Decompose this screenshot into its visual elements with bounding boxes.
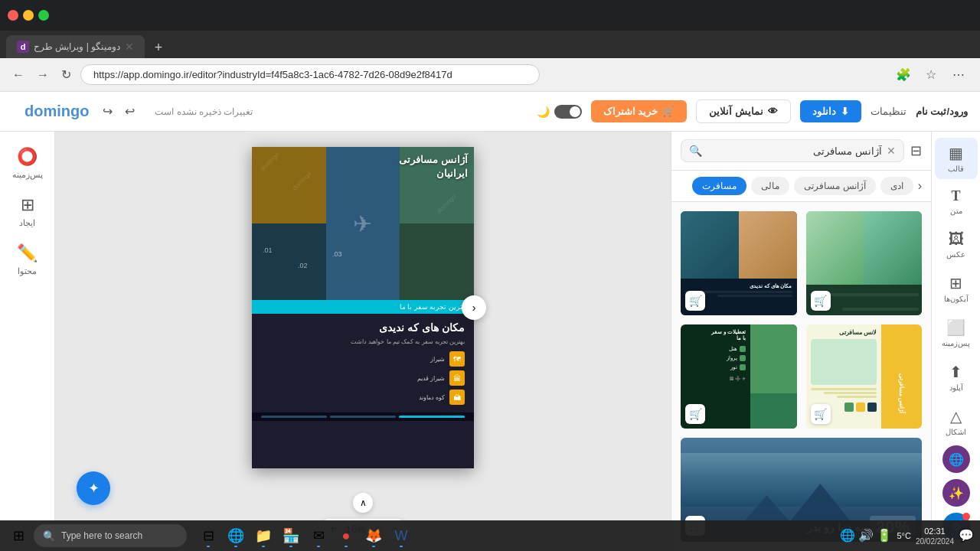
canvas-page[interactable]: ✈ آژانس مسافرتیایرانیان .01 .02 .03 [252, 147, 474, 468]
taskbar-app-store[interactable]: 🏪 [279, 523, 303, 548]
taskbar-app-firefox[interactable]: 🦊 [361, 523, 386, 548]
template-1-cart-btn[interactable]: 🛒 [811, 291, 831, 311]
search-box: ✕ 🔍 [681, 139, 904, 162]
tray-temperature: 5°C [897, 531, 910, 540]
window-close-btn[interactable] [8, 10, 18, 21]
redo-btn[interactable]: ↪ [98, 101, 117, 122]
taskbar-app-word[interactable]: W [389, 523, 413, 548]
right-tool-upload[interactable]: ⬆ آپلود [935, 357, 978, 398]
window-minimize-btn[interactable] [23, 10, 34, 21]
toggle-thumb [570, 106, 580, 117]
start-button[interactable]: ⊞ [6, 523, 31, 548]
canvas-img-1 [252, 147, 326, 223]
filter-btn[interactable]: ⊟ [910, 142, 922, 159]
template-grid: 🛒 مکان های که ندیدی [671, 202, 931, 551]
search-input[interactable] [707, 145, 882, 157]
tag-agency[interactable]: آژانس مسافرتی [794, 177, 875, 195]
window-maximize-btn[interactable] [38, 10, 49, 21]
refresh-btn[interactable]: ↻ [58, 64, 74, 85]
theme-toggle[interactable]: 🌙 [537, 105, 582, 119]
taskbar-app-explorer[interactable]: 📁 [251, 523, 276, 548]
search-icon: 🔍 [689, 145, 702, 157]
taskbar-app-edge[interactable]: 🌐 [224, 523, 248, 548]
right-tool-bg[interactable]: ⬜ پس‌زمینه [935, 312, 978, 354]
browser-actions: 🧩 ☆ ⋯ [891, 63, 971, 87]
tab-favicon: d [17, 41, 29, 53]
taskbar-apps: ⊟ 🌐 📁 🏪 ✉ ● 🦊 W [196, 523, 413, 548]
login-btn[interactable]: ورود/ثبت نام [916, 106, 968, 117]
canvas-items-list: 🗺 شیراز 🏛 شیراز قدیم 🏔 کوه دماوند [261, 351, 465, 405]
tray-time: 02:31 [924, 526, 946, 537]
preview-btn[interactable]: 👁 نمایش آنلاین [696, 99, 791, 123]
template-4-cart-btn[interactable]: 🛒 [685, 404, 705, 424]
canvas-img-5 [400, 223, 474, 300]
more-btn[interactable]: ⋯ [946, 63, 971, 87]
tool-content[interactable]: ✏️ محتوا [5, 237, 51, 282]
right-tool-template[interactable]: ▦ قالب [935, 138, 978, 179]
extensions-btn[interactable]: 🧩 [891, 63, 916, 87]
right-tool-text[interactable]: T متن [935, 182, 978, 221]
favorites-btn[interactable]: ☆ [919, 63, 943, 87]
tag-travel[interactable]: مسافرت [692, 177, 746, 195]
template-card-4[interactable]: تعطیلات و سفربا ما هتل پرواز [679, 323, 799, 430]
text-icon: T [952, 188, 961, 204]
settings-btn[interactable]: تنظیمات [871, 106, 906, 117]
floating-action-btn[interactable]: ✦ [77, 471, 110, 505]
right-tool-bg-label: پس‌زمینه [942, 339, 970, 347]
expand-up-btn[interactable]: ∧ [353, 493, 373, 513]
share-btn[interactable]: 🛒 خرید اشتراک [591, 100, 688, 122]
browser-window-controls [8, 10, 49, 21]
bg-icon: ⬜ [946, 318, 965, 337]
canvas-bottom-title: مکان های که ندیدی [261, 321, 465, 334]
settings-notification-dot [962, 513, 970, 520]
taskbar-search[interactable]: 🔍 Type here to search [34, 524, 187, 547]
toggle-track[interactable] [554, 105, 582, 119]
tool-background[interactable]: ⭕ پس‌زمینه [5, 141, 51, 186]
tray-speaker-icon: 🔊 [858, 528, 874, 543]
address-input[interactable] [80, 64, 540, 85]
template-3-cart-btn[interactable]: 🛒 [811, 404, 831, 424]
right-tool-shapes-label: اشکال [946, 428, 966, 436]
new-tab-btn[interactable]: + [148, 37, 169, 58]
canvas-img-4 [252, 223, 326, 300]
canvas-progress-bar [252, 412, 474, 421]
tag-finance[interactable]: مالی [751, 177, 789, 195]
next-page-btn[interactable]: › [462, 295, 486, 320]
panel-search-bar: ⊟ ✕ 🔍 [671, 132, 931, 171]
right-tool-photo[interactable]: 🖼 عکس [935, 224, 978, 265]
forward-btn[interactable]: → [34, 65, 52, 85]
template-card-2[interactable]: مکان های که ندیدی 🛒 [679, 210, 799, 317]
template-card-3[interactable]: آژانس مسافرتی لانس مسافرتی [805, 323, 924, 430]
right-tool-photo-label: عکس [946, 250, 965, 259]
taskbar-app-chrome[interactable]: ● [334, 523, 358, 548]
template-card-1[interactable]: 🛒 [805, 210, 924, 317]
tab-close-btn[interactable]: ✕ [125, 41, 134, 53]
back-btn[interactable]: ← [9, 65, 28, 85]
left-toolbar: ⭕ پس‌زمینه ⊞ ایجاد ✏️ محتوا [0, 132, 55, 551]
tray-notification-btn[interactable]: 💬 [959, 528, 974, 543]
tool-create-label: ایجاد [19, 218, 35, 228]
search-clear-btn[interactable]: ✕ [887, 145, 896, 157]
tool-create[interactable]: ⊞ ایجاد [5, 189, 51, 234]
taskbar-app-mail[interactable]: ✉ [306, 523, 331, 548]
app-header: ورود/ثبت نام تنظیمات ⬇ دانلود 👁 نمایش آن… [0, 92, 980, 132]
browser-tab-1[interactable]: d دومینگو | ویرایش طرح ✕ [6, 35, 145, 58]
tag-adi[interactable]: ادی [880, 177, 913, 195]
tray-date: 20/02/2024 [916, 537, 954, 546]
undo-btn[interactable]: ↩ [120, 101, 139, 122]
canvas-area: ✈ آژانس مسافرتیایرانیان .01 .02 .03 [55, 132, 671, 551]
right-tool-icons-label: آیکون‌ها [944, 295, 969, 303]
far-right-toolbar: ▦ قالب T متن 🖼 عکس ⊞ آیکون‌ها ⬜ پس‌زمینه… [931, 132, 980, 551]
download-btn[interactable]: ⬇ دانلود [800, 100, 861, 122]
ai-translate-btn[interactable]: 🌐 [942, 445, 970, 473]
tag-back-btn[interactable]: ‹ [918, 177, 922, 195]
right-tool-icons[interactable]: ⊞ آیکون‌ها [935, 268, 978, 309]
unsaved-status: تغییرات ذخیره نشده است [155, 106, 253, 117]
template-2-cart-btn[interactable]: 🛒 [685, 291, 705, 311]
right-tool-shapes[interactable]: △ اشکال [935, 401, 978, 442]
browser-tab-bar: d دومینگو | ویرایش طرح ✕ + [0, 31, 980, 58]
ai-magic-btn[interactable]: ✨ [942, 479, 970, 507]
taskbar-app-taskview[interactable]: ⊟ [196, 523, 220, 548]
download-icon: ⬇ [841, 106, 849, 117]
windows-logo-icon: ⊞ [13, 527, 24, 544]
